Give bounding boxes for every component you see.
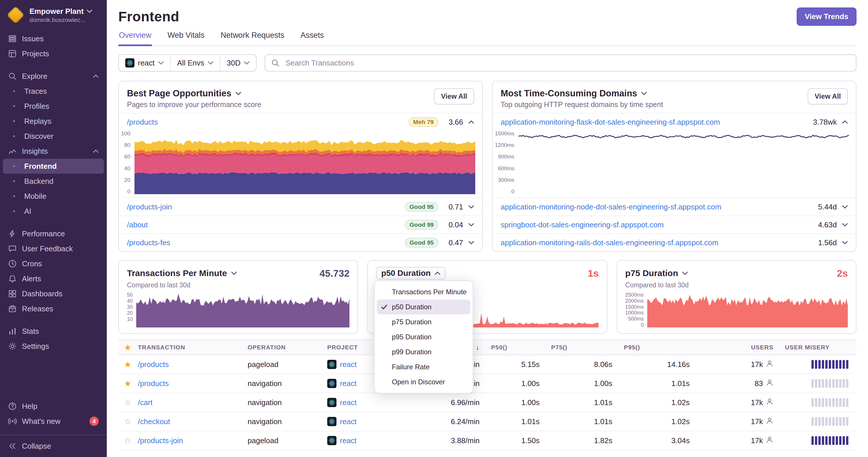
- column-header-users[interactable]: USERS: [695, 340, 779, 355]
- column-header-operation[interactable]: OPERATION: [242, 340, 321, 355]
- sidebar-item-issues[interactable]: Issues: [3, 31, 104, 46]
- sidebar-item-settings[interactable]: Settings: [3, 339, 104, 354]
- menu-item-p50-duration[interactable]: p50 Duration: [377, 299, 470, 315]
- chevron-down-icon[interactable]: [468, 241, 474, 244]
- performance-icon: [8, 229, 17, 238]
- sidebar-item-mobile[interactable]: Mobile: [3, 189, 104, 204]
- domain-link[interactable]: application-monitoring-node-dot-sales-en…: [501, 202, 721, 211]
- sidebar-item-projects[interactable]: Projects: [3, 46, 104, 61]
- page-link[interactable]: /about: [127, 221, 148, 229]
- date-range-filter[interactable]: 30D: [220, 55, 256, 71]
- metric-selector[interactable]: Transactions Per Minute: [127, 268, 237, 278]
- column-header-p95[interactable]: P95(): [618, 340, 695, 355]
- metric-value: 45.732: [319, 268, 349, 279]
- sidebar-item-releases[interactable]: Releases: [3, 301, 104, 316]
- chevron-down-icon[interactable]: [842, 241, 848, 244]
- transaction-link[interactable]: /products-join: [138, 436, 183, 445]
- favorite-star-icon[interactable]: ☆: [124, 398, 131, 407]
- chevron-down-icon[interactable]: [468, 223, 474, 227]
- project-filter[interactable]: react: [119, 55, 170, 71]
- column-header-p50[interactable]: P50(): [485, 340, 546, 355]
- menu-item-open-in-discover[interactable]: Open in Discover: [377, 374, 470, 390]
- project-link[interactable]: react: [340, 417, 356, 426]
- page-filter-bar: react All Envs 30D: [118, 54, 256, 71]
- p95-value: 14.16s: [618, 355, 695, 374]
- chevron-up-icon[interactable]: [842, 120, 848, 124]
- page-link[interactable]: /products: [127, 118, 158, 127]
- chevron-down-icon[interactable]: [842, 205, 848, 208]
- whats-new-icon: [8, 417, 17, 426]
- chevron-down-icon[interactable]: [842, 223, 848, 227]
- column-header-p75[interactable]: P75(): [546, 340, 618, 355]
- sort-descending-icon[interactable]: ↓: [476, 343, 479, 351]
- sidebar-item-discover[interactable]: Discover: [3, 129, 104, 144]
- transaction-link[interactable]: /products: [138, 360, 169, 369]
- sidebar-item-stats[interactable]: Stats: [3, 324, 104, 339]
- sidebar-item-explore[interactable]: Explore: [3, 69, 104, 84]
- sidebar-item-traces[interactable]: Traces: [3, 84, 104, 99]
- view-all-button[interactable]: View All: [434, 88, 474, 104]
- operation-cell: navigation: [242, 412, 321, 431]
- chevron-up-icon[interactable]: [468, 120, 474, 124]
- domain-link[interactable]: application-monitoring-flask-dot-sales-e…: [501, 118, 720, 127]
- sidebar-item-performance[interactable]: Performance: [3, 226, 104, 241]
- project-link[interactable]: react: [340, 379, 356, 388]
- axis-tick: 100: [121, 131, 130, 136]
- favorite-star-icon[interactable]: ☆: [124, 436, 131, 445]
- page-link[interactable]: /products-fes: [127, 238, 170, 247]
- menu-item-p75-duration[interactable]: p75 Duration: [377, 315, 470, 329]
- sidebar-item-backend[interactable]: Backend: [3, 174, 104, 189]
- sidebar-item-profiles[interactable]: Profiles: [3, 99, 104, 114]
- favorite-star-icon[interactable]: ☆: [124, 417, 131, 426]
- tab-web-vitals[interactable]: Web Vitals: [167, 31, 205, 45]
- sidebar-item-user-feedback[interactable]: User Feedback: [3, 241, 104, 256]
- react-icon: [327, 398, 337, 407]
- sidebar-item-replays[interactable]: Replays: [3, 114, 104, 129]
- sidebar-item-crons[interactable]: Crons: [3, 256, 104, 271]
- transaction-cell: /products: [132, 355, 242, 374]
- chevron-down-icon[interactable]: [641, 92, 647, 95]
- sidebar-item-alerts[interactable]: Alerts: [3, 271, 104, 286]
- transaction-link[interactable]: /products: [138, 379, 169, 388]
- search-input[interactable]: [284, 58, 850, 68]
- org-switcher[interactable]: Empower Plant dominik.buszowiec…: [0, 0, 107, 29]
- menu-item-failure-rate[interactable]: Failure Rate: [377, 359, 470, 374]
- p75-value: 1.01s: [546, 412, 618, 431]
- star-icon: ★: [124, 343, 132, 352]
- domain-link[interactable]: springboot-dot-sales-engineering-sf.apps…: [501, 221, 664, 229]
- project-link[interactable]: react: [340, 360, 356, 369]
- view-all-button[interactable]: View All: [808, 88, 848, 104]
- transaction-link[interactable]: /cart: [138, 398, 153, 407]
- sidebar-item-help[interactable]: Help: [3, 399, 104, 414]
- sidebar-item-frontend[interactable]: Frontend: [3, 159, 104, 174]
- search-transactions[interactable]: [265, 54, 857, 71]
- tab-network-requests[interactable]: Network Requests: [220, 31, 285, 45]
- sidebar-item-insights[interactable]: Insights: [3, 144, 104, 159]
- menu-item-transactions-per-minute[interactable]: Transactions Per Minute: [377, 285, 470, 299]
- chevron-down-icon[interactable]: [468, 205, 474, 208]
- metric-selector-open[interactable]: p50 Duration: [376, 267, 445, 280]
- transaction-link[interactable]: /checkout: [138, 417, 170, 426]
- sidebar-item-dashboards[interactable]: Dashboards: [3, 286, 104, 301]
- tab-overview[interactable]: Overview: [118, 31, 152, 45]
- menu-item-p95-duration[interactable]: p95 Duration: [377, 329, 470, 345]
- view-trends-button[interactable]: View Trends: [797, 7, 857, 26]
- column-header-user-misery[interactable]: USER MISERY: [779, 340, 857, 355]
- environment-filter[interactable]: All Envs: [170, 55, 220, 71]
- domain-link[interactable]: application-monitoring-rails-dot-sales-e…: [501, 238, 718, 247]
- favorite-star-icon[interactable]: ★: [124, 360, 131, 369]
- chevron-down-icon[interactable]: [236, 92, 241, 95]
- users-count: 83: [754, 379, 763, 388]
- sidebar-item-ai[interactable]: AI: [3, 204, 104, 219]
- menu-item-p99-duration[interactable]: p99 Duration: [377, 345, 470, 359]
- column-header-transaction[interactable]: TRANSACTION: [132, 340, 242, 355]
- favorite-star-icon[interactable]: ★: [124, 379, 131, 388]
- sidebar-collapse-button[interactable]: Collapse: [0, 434, 107, 457]
- project-link[interactable]: react: [340, 398, 356, 407]
- tab-assets[interactable]: Assets: [300, 31, 324, 45]
- page-link[interactable]: /products-join: [127, 202, 172, 211]
- user-misery-bars: [785, 379, 851, 388]
- project-link[interactable]: react: [340, 436, 356, 445]
- sidebar-item-whats-new[interactable]: What's new4: [3, 414, 104, 429]
- metric-selector[interactable]: p75 Duration: [625, 268, 688, 278]
